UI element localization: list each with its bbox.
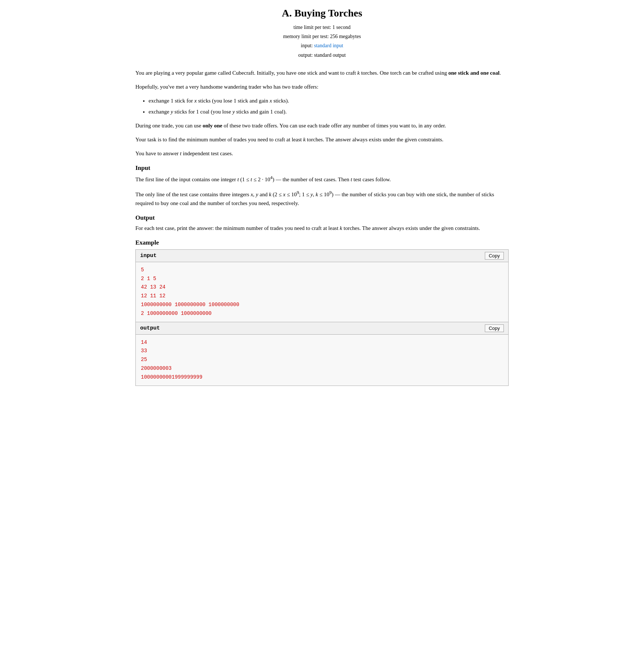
input-block-header: input Copy (136, 250, 508, 262)
memory-limit: memory limit per test: 256 megabytes (135, 32, 509, 41)
input-first-line: The first line of the input contains one… (135, 174, 509, 184)
page-title: A. Buying Torches (135, 7, 509, 19)
problem-statement: You are playing a very popular game call… (135, 68, 509, 158)
output-copy-button[interactable]: Copy (485, 324, 504, 332)
input-second-line: The only line of the test case contains … (135, 189, 509, 208)
input-type: input: standard input (135, 41, 509, 50)
output-section-title: Output (135, 214, 509, 222)
trade-rule: During one trade, you can use only one o… (135, 121, 509, 130)
output-block-content: 14 33 25 2000000003 10000000001999999999 (136, 335, 508, 386)
meta-section: time limit per test: 1 second memory lim… (135, 23, 509, 60)
test-cases-note: You have to answer t independent test ca… (135, 149, 509, 158)
task-description: Your task is to find the minimum number … (135, 135, 509, 144)
output-block: output Copy 14 33 25 2000000003 10000000… (135, 322, 509, 386)
output-type: output: standard output (135, 51, 509, 60)
output-description: For each test case, print the answer: th… (135, 224, 509, 232)
trader-intro: Hopefully, you've met a very handsome wa… (135, 82, 509, 91)
trade-offers: exchange 1 stick for x sticks (you lose … (135, 96, 509, 116)
input-section-title: Input (135, 164, 509, 172)
trade-offer-2: exchange y sticks for 1 coal (you lose y… (149, 107, 509, 116)
input-copy-button[interactable]: Copy (485, 252, 504, 260)
example-title: Example (135, 239, 509, 246)
output-desc-text: For each test case, print the answer: th… (135, 224, 509, 232)
output-block-label: output (140, 325, 160, 331)
input-block-label: input (140, 253, 157, 259)
input-block-content: 5 2 1 5 42 13 24 12 11 12 1000000000 100… (136, 262, 508, 322)
intro-paragraph: You are playing a very popular game call… (135, 68, 509, 77)
output-block-header: output Copy (136, 322, 508, 335)
input-description: The first line of the input contains one… (135, 174, 509, 208)
trade-offer-1: exchange 1 stick for x sticks (you lose … (149, 96, 509, 105)
time-limit: time limit per test: 1 second (135, 23, 509, 32)
input-block: input Copy 5 2 1 5 42 13 24 12 11 12 100… (135, 249, 509, 322)
